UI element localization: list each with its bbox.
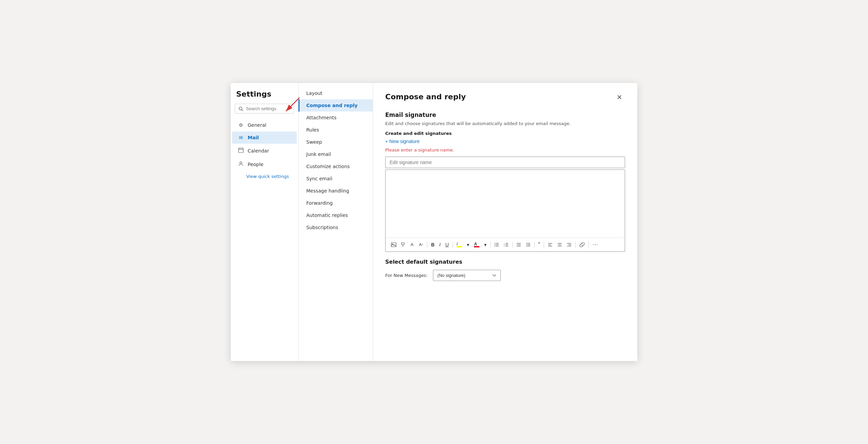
search-icon xyxy=(239,106,243,111)
middle-item-automatic-replies[interactable]: Automatic replies xyxy=(298,209,373,221)
calendar-icon xyxy=(237,147,244,154)
svg-rect-11 xyxy=(401,243,404,245)
sidebar-item-people-label: People xyxy=(248,162,264,167)
numbered-list-button[interactable]: 1. 2. 3. xyxy=(502,241,511,248)
toolbar-separator-1 xyxy=(427,242,427,248)
font-color-dropdown-button[interactable]: ▾ xyxy=(482,241,489,248)
svg-line-1 xyxy=(242,109,243,111)
middle-item-rules[interactable]: Rules xyxy=(298,124,373,136)
middle-item-attachments[interactable]: Attachments xyxy=(298,112,373,124)
error-message: Please enter a signature name. xyxy=(385,147,625,153)
signature-editor-body[interactable] xyxy=(386,170,625,238)
search-box-container[interactable] xyxy=(235,104,294,114)
font-color-button[interactable]: A xyxy=(472,241,481,249)
middle-nav-panel: Layout Compose and reply Attachments Rul… xyxy=(298,83,373,361)
sidebar-item-mail-label: Mail xyxy=(248,135,259,140)
mail-icon: ✉ xyxy=(237,135,244,140)
align-right-button[interactable] xyxy=(565,241,574,248)
email-signature-title: Email signature xyxy=(385,112,625,118)
toolbar-separator-2 xyxy=(453,242,453,248)
middle-item-junk-email[interactable]: Junk email xyxy=(298,148,373,160)
for-new-messages-row: For New Messages: (No signature) xyxy=(385,270,625,281)
gear-icon: ⚙ xyxy=(237,122,244,128)
left-nav-panel: Settings ⚙ General ✉ Mail xyxy=(231,83,298,361)
more-options-button[interactable]: ··· xyxy=(591,241,600,249)
signature-name-input[interactable] xyxy=(385,157,625,168)
underline-button[interactable]: U xyxy=(443,241,451,248)
align-center-button[interactable] xyxy=(555,241,564,248)
svg-point-6 xyxy=(240,162,242,164)
middle-item-customize-actions[interactable]: Customize actions xyxy=(298,160,373,173)
create-edit-label: Create and edit signatures xyxy=(385,131,625,136)
highlight-dropdown-button[interactable]: ▾ xyxy=(465,241,471,248)
app-title: Settings xyxy=(231,90,298,104)
align-left-button[interactable] xyxy=(546,241,555,248)
sidebar-item-general-label: General xyxy=(248,122,266,128)
middle-item-compose-label: Compose and reply xyxy=(306,103,357,108)
sidebar-item-general[interactable]: ⚙ General xyxy=(232,119,297,131)
sidebar-item-people[interactable]: People xyxy=(232,158,297,171)
middle-item-compose-and-reply[interactable]: Compose and reply xyxy=(298,99,373,112)
new-signature-button[interactable]: + New signature xyxy=(385,139,420,144)
signature-editor-container: A- A+ B I U I ▾ xyxy=(385,169,625,252)
close-button[interactable]: ✕ xyxy=(614,93,625,102)
select-default-section: Select default signatures For New Messag… xyxy=(385,259,625,281)
svg-point-14 xyxy=(494,244,495,245)
svg-point-15 xyxy=(494,246,495,246)
toolbar-separator-7 xyxy=(575,242,576,248)
increase-indent-button[interactable] xyxy=(524,241,533,248)
signature-editor-toolbar: A- A+ B I U I ▾ xyxy=(386,238,625,251)
for-new-messages-label: For New Messages: xyxy=(385,273,428,278)
middle-item-message-handling[interactable]: Message handling xyxy=(298,185,373,197)
toolbar-separator-5 xyxy=(534,242,535,248)
quote-button[interactable]: " xyxy=(536,241,542,249)
people-icon xyxy=(237,161,244,167)
sidebar-item-calendar-label: Calendar xyxy=(248,148,269,154)
main-title: Compose and reply xyxy=(385,93,466,101)
settings-dialog: Settings ⚙ General ✉ Mail xyxy=(231,83,637,361)
view-quick-settings-link[interactable]: View quick settings xyxy=(231,171,298,182)
middle-item-layout[interactable]: Layout xyxy=(298,87,373,99)
svg-rect-9 xyxy=(391,243,396,247)
font-size-decrease-button[interactable]: A- xyxy=(409,241,416,248)
middle-item-sweep[interactable]: Sweep xyxy=(298,136,373,148)
middle-item-sync-email[interactable]: Sync email xyxy=(298,173,373,185)
middle-item-subscriptions[interactable]: Subscriptions xyxy=(298,221,373,234)
for-new-messages-select[interactable]: (No signature) xyxy=(433,270,501,281)
toolbar-separator-3 xyxy=(490,242,491,248)
toolbar-separator-4 xyxy=(512,242,513,248)
svg-rect-2 xyxy=(239,148,243,153)
middle-item-forwarding[interactable]: Forwarding xyxy=(298,197,373,209)
search-input[interactable] xyxy=(246,106,290,111)
svg-point-13 xyxy=(494,243,495,244)
highlight-button[interactable]: I xyxy=(455,241,464,249)
bullets-button[interactable] xyxy=(492,241,501,248)
decrease-indent-button[interactable] xyxy=(514,241,523,248)
sidebar-item-mail[interactable]: ✉ Mail xyxy=(232,132,297,144)
font-size-increase-button[interactable]: A+ xyxy=(417,241,426,248)
sidebar-item-calendar[interactable]: Calendar xyxy=(232,144,297,157)
email-signature-desc: Edit and choose signatures that will be … xyxy=(385,121,625,126)
format-painter-button[interactable] xyxy=(399,241,408,248)
insert-image-button[interactable] xyxy=(389,241,398,248)
italic-button[interactable]: I xyxy=(437,241,443,248)
main-header: Compose and reply ✕ xyxy=(385,93,625,102)
select-default-title: Select default signatures xyxy=(385,259,625,265)
main-content-panel: Compose and reply ✕ Email signature Edit… xyxy=(373,83,637,361)
insert-link-button[interactable] xyxy=(577,241,587,248)
toolbar-separator-8 xyxy=(588,242,589,248)
email-signature-section: Email signature Edit and choose signatur… xyxy=(385,112,625,281)
toolbar-separator-6 xyxy=(544,242,544,248)
bold-button[interactable]: B xyxy=(429,241,436,248)
svg-text:3.: 3. xyxy=(504,245,505,247)
